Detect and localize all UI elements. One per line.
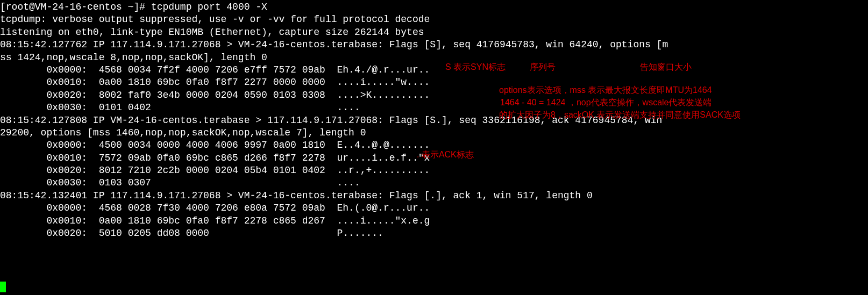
hexdump-line: 0x0000: 4568 0028 7f30 4000 7206 e80a 75…	[0, 203, 430, 213]
output-line: listening on eth0, link-type EN10MB (Eth…	[0, 27, 424, 38]
annotation-ack-flag: . 表示ACK标志	[417, 149, 474, 161]
output-line: ss 1424,nop,wscale 8,nop,nop,sackOK], le…	[0, 52, 267, 63]
hexdump-line: 0x0010: 7572 09ab 0fa0 69bc c865 d266 f8…	[0, 153, 430, 163]
hexdump-line: 0x0020: 5010 0205 dd08 0000 P.......	[0, 228, 383, 239]
annotation-window: 告知窗口大小	[640, 62, 692, 73]
hexdump-line: 0x0020: 8002 faf0 3e4b 0000 0204 0590 01…	[0, 90, 430, 100]
annotation-options-3: 的扩大因子为8，sackOK 表示发送端支持并同意使用SACK选项	[499, 110, 741, 121]
output-line: 08:15:42.127762 IP 117.114.9.171.27068 >…	[0, 39, 668, 50]
hexdump-line: 0x0000: 4568 0034 7f2f 4000 7206 e7ff 75…	[0, 64, 430, 75]
terminal-cursor	[0, 282, 6, 292]
hexdump-line: 0x0030: 0101 0402 ....	[0, 102, 360, 113]
hexdump-line: 0x0010: 0a00 1810 69bc 0fa0 f8f7 2277 00…	[0, 77, 430, 88]
annotation-syn-flag: S 表示SYN标志	[445, 62, 506, 73]
annotation-options-2: 1464 - 40 = 1424 ，nop代表空操作，wscale代表发送端	[500, 97, 712, 109]
output-line: tcpdump: verbose output suppressed, use …	[0, 14, 430, 25]
command-text: tcpdump port 4000 -X	[151, 2, 267, 12]
annotation-seq: 序列号	[530, 62, 556, 73]
output-line: 29200, options [mss 1460,nop,nop,sackOK,…	[0, 127, 366, 138]
hexdump-line: 0x0010: 0a00 1810 69bc 0fa0 f8f7 2278 c8…	[0, 215, 430, 226]
shell-prompt: [root@VM-24-16-centos ~]#	[0, 2, 151, 12]
annotation-options-1: options表示选项，mss 表示最大报文长度即MTU为1464	[499, 85, 712, 96]
hexdump-line: 0x0030: 0103 0307 ....	[0, 177, 360, 188]
hexdump-line: 0x0020: 8012 7210 2c2b 0000 0204 05b4 01…	[0, 165, 430, 176]
output-line: 08:15:42.132401 IP 117.114.9.171.27068 >…	[0, 190, 593, 201]
hexdump-line: 0x0000: 4500 0034 0000 4000 4006 9997 0a…	[0, 140, 430, 150]
